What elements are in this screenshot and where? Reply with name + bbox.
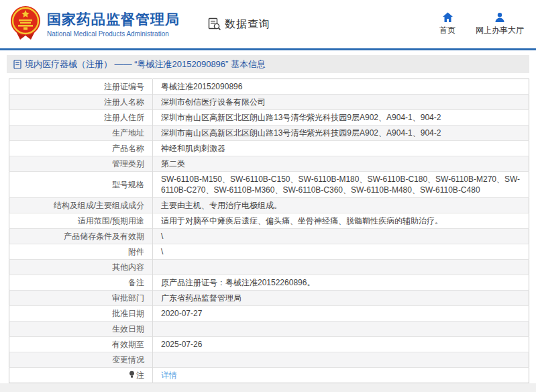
- row-value: 第二类: [153, 156, 529, 172]
- registration-info-table: 注册证编号粤械注准20152090896注册人名称深圳市创信医疗设备有限公司注册…: [9, 79, 529, 383]
- nav-home-label: 首页: [439, 25, 455, 36]
- row-value-text: 第二类: [161, 159, 185, 168]
- table-row: 变更情况: [9, 352, 529, 368]
- row-label: 有效期至: [9, 337, 153, 352]
- document-icon: [13, 60, 21, 69]
- row-value-text: 粤械注准20152090896: [161, 82, 242, 91]
- row-label: 产品名称: [9, 141, 153, 156]
- row-value-text: 适用于对脑卒中瘫痪后遗症、偏头痛、坐骨神经痛、脱髓鞘性疾病的辅助治疗。: [161, 216, 443, 226]
- row-label-text: 生效日期: [112, 324, 144, 334]
- row-label-text: 管理类别: [112, 159, 144, 168]
- table-row: 附件\: [9, 244, 529, 260]
- row-label: 注册人名称: [9, 95, 153, 110]
- breadcrumb: 境内医疗器械（注册） —— “粤械注准20152090896” 基本信息: [7, 55, 529, 73]
- row-label: 审批部门: [9, 291, 153, 306]
- row-value: 粤械注准20152090896: [153, 79, 529, 95]
- row-label: 附件: [9, 244, 153, 260]
- row-label-text: 有效期至: [112, 340, 144, 349]
- row-value: 主要由主机、专用治疗电极组成。: [153, 198, 529, 213]
- table-row: 注册人住所深圳市南山区高新区北区朗山路13号清华紫光科技园9层A902、A904…: [9, 110, 529, 126]
- table-row: 有效期至2025-07-26: [9, 337, 529, 352]
- table-row: 批准日期2020-07-27: [9, 306, 529, 322]
- table-row: 注详情: [9, 368, 529, 383]
- row-label: 生效日期: [9, 322, 153, 337]
- row-value: 2020-07-27: [153, 306, 529, 322]
- row-value-text: 深圳市南山区高新区北区朗山路13号清华紫光科技园9层A902、A904-1、90…: [161, 113, 441, 122]
- row-label-text: 结构及组成/主要组成成分: [54, 201, 144, 210]
- header-divider: [0, 48, 536, 50]
- table-row: 管理类别第二类: [9, 156, 529, 172]
- row-value: 广东省药品监督管理局: [153, 291, 529, 306]
- row-label: 批准日期: [9, 306, 153, 322]
- document-search-icon: [208, 17, 221, 31]
- row-value: [153, 260, 529, 275]
- row-label: 变更情况: [9, 352, 153, 368]
- row-value: \: [153, 244, 529, 260]
- table-row: 产品储存条件及有效期\: [9, 229, 529, 244]
- bulb-icon: [129, 371, 135, 379]
- row-label-text: 注册人住所: [104, 113, 144, 122]
- table-row: 生产地址深圳市南山区高新区北区朗山路13号清华紫光科技园9层A902、A904-…: [9, 126, 529, 141]
- org-name-zh: 国家药品监督管理局: [47, 11, 180, 28]
- row-label: 型号规格: [9, 172, 153, 198]
- row-value: 详情: [153, 368, 529, 383]
- row-value: 深圳市南山区高新区北区朗山路13号清华紫光科技园9层A902、A904-1、90…: [153, 110, 529, 126]
- nav-hall-label: 网上办事大厅: [476, 25, 524, 36]
- detail-link[interactable]: 详情: [161, 371, 177, 380]
- row-value-text: 原产品注册证号：粤械注准20152260896。: [161, 278, 315, 287]
- row-value-text: SW-6110B-M150、SW-6110B-C150、SW-6110B-M18…: [161, 175, 520, 195]
- row-value-text: 主要由主机、专用治疗电极组成。: [161, 201, 282, 210]
- row-label-text: 型号规格: [112, 180, 144, 189]
- row-value-text: 广东省药品监督管理局: [161, 293, 242, 303]
- home-icon: [442, 12, 453, 23]
- row-label-text: 审批部门: [112, 293, 144, 303]
- row-value-text: 深圳市创信医疗设备有限公司: [161, 97, 266, 107]
- nav-online-service-hall[interactable]: 网上办事大厅: [476, 12, 524, 36]
- table-row: 产品名称神经和肌肉刺激器: [9, 141, 529, 156]
- row-label-text: 注: [136, 371, 144, 380]
- row-value: [153, 322, 529, 337]
- row-value: \: [153, 229, 529, 244]
- row-label: 管理类别: [9, 156, 153, 172]
- table-row: 注册人名称深圳市创信医疗设备有限公司: [9, 95, 529, 110]
- row-value: 原产品注册证号：粤械注准20152260896。: [153, 275, 529, 291]
- row-label: 适用范围/预期用途: [9, 213, 153, 229]
- table-row: 适用范围/预期用途适用于对脑卒中瘫痪后遗症、偏头痛、坐骨神经痛、脱髓鞘性疾病的辅…: [9, 213, 529, 229]
- row-label-text: 变更情况: [112, 355, 144, 364]
- data-query-section: 数据查询: [208, 17, 270, 32]
- row-value-text: \: [161, 247, 163, 256]
- data-query-title: 数据查询: [225, 17, 270, 32]
- table-row: 审批部门广东省药品监督管理局: [9, 291, 529, 306]
- row-value-text: 深圳市南山区高新区北区朗山路13号清华紫光科技园9层A902、A904-1、90…: [161, 128, 441, 138]
- row-label-text: 适用范围/预期用途: [78, 216, 144, 226]
- row-value: 适用于对脑卒中瘫痪后遗症、偏头痛、坐骨神经痛、脱髓鞘性疾病的辅助治疗。: [153, 213, 529, 229]
- row-value: SW-6110B-M150、SW-6110B-C150、SW-6110B-M18…: [153, 172, 529, 198]
- table-row: 备注原产品注册证号：粤械注准20152260896。: [9, 275, 529, 291]
- org-titles: 国家药品监督管理局 National Medical Products Admi…: [47, 11, 180, 38]
- breadcrumb-text: 境内医疗器械（注册） —— “粤械注准20152090896” 基本信息: [25, 58, 266, 70]
- row-label-text: 附件: [128, 247, 144, 256]
- row-label: 注册证编号: [9, 79, 153, 95]
- row-label: 产品储存条件及有效期: [9, 229, 153, 244]
- row-value: 2025-07-26: [153, 337, 529, 352]
- row-label-text: 注册证编号: [104, 82, 144, 91]
- row-label-text: 产品储存条件及有效期: [64, 232, 144, 241]
- brand: 国家药品监督管理局 National Medical Products Admi…: [9, 6, 180, 42]
- nav-home[interactable]: 首页: [439, 12, 455, 36]
- row-value-text: 神经和肌肉刺激器: [161, 144, 225, 153]
- row-value: 深圳市南山区高新区北区朗山路13号清华紫光科技园9层A902、A904-1、90…: [153, 126, 529, 141]
- row-label-text: 批准日期: [112, 309, 144, 318]
- row-label: 备注: [9, 275, 153, 291]
- row-label-text: 生产地址: [112, 128, 144, 138]
- row-value-text: 2025-07-26: [161, 340, 202, 349]
- person-icon: [494, 12, 505, 23]
- page-bottom-strip: [0, 383, 536, 391]
- row-value: 深圳市创信医疗设备有限公司: [153, 95, 529, 110]
- row-label-text: 备注: [128, 278, 144, 287]
- table-row: 注册证编号粤械注准20152090896: [9, 79, 529, 95]
- row-value: [153, 352, 529, 368]
- row-label: 生产地址: [9, 126, 153, 141]
- row-label: 注册人住所: [9, 110, 153, 126]
- page: 国家药品监督管理局 National Medical Products Admi…: [0, 0, 536, 392]
- row-label-text: 注册人名称: [104, 97, 144, 107]
